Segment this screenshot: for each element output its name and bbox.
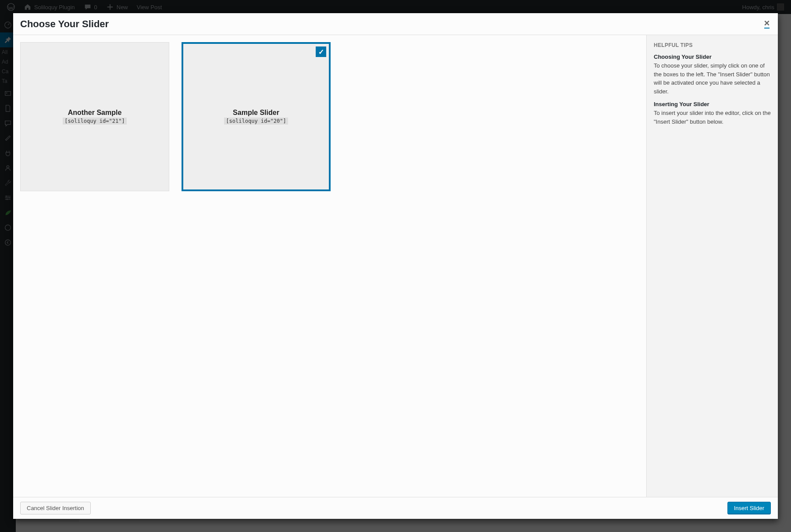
check-icon: ✓ [316,46,326,57]
slider-shortcode: [soliloquy id="20"] [224,118,288,125]
help-text-choosing: To choose your slider, simply click on o… [654,61,771,96]
slider-card[interactable]: ✓ Sample Slider [soliloquy id="20"] [182,42,331,191]
choose-slider-modal: Choose Your Slider × Another Sample [sol… [13,13,778,519]
modal-footer: Cancel Slider Insertion Insert Slider [13,497,778,519]
modal-title: Choose Your Slider [20,18,109,30]
cancel-button[interactable]: Cancel Slider Insertion [20,502,91,514]
slider-name: Sample Slider [233,109,279,117]
help-text-inserting: To insert your slider into the editor, c… [654,109,771,126]
help-subheading-choosing: Choosing Your Slider [654,54,771,60]
slider-shortcode: [soliloquy id="21"] [63,118,126,125]
close-icon: × [764,20,770,29]
help-pane: HELPFUL TIPS Choosing Your Slider To cho… [646,35,778,497]
modal-close-button[interactable]: × [756,13,778,35]
slider-card[interactable]: Another Sample [soliloquy id="21"] [20,42,169,191]
help-heading: HELPFUL TIPS [654,42,771,48]
insert-slider-button[interactable]: Insert Slider [727,502,771,514]
slider-name: Another Sample [68,109,122,117]
slider-grid: Another Sample [soliloquy id="21"] ✓ Sam… [13,35,646,497]
help-subheading-inserting: Inserting Your Slider [654,101,771,107]
modal-body: Another Sample [soliloquy id="21"] ✓ Sam… [13,35,778,497]
modal-header: Choose Your Slider × [13,13,778,35]
